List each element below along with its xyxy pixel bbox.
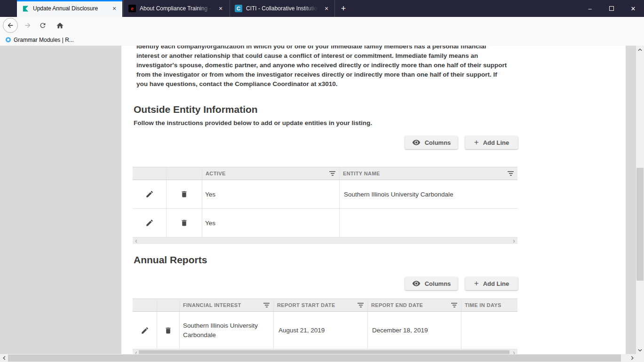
table-row: Yes [133,209,517,237]
citi-icon: C [235,5,242,12]
back-button[interactable] [3,18,18,33]
annual-reports-section-title: Annual Reports [134,254,207,266]
home-button[interactable] [53,18,67,32]
edit-column-header [133,167,167,180]
pencil-icon [145,219,154,227]
horizontal-scrollbar[interactable] [0,354,636,362]
delete-row-button[interactable] [167,209,202,237]
disclosure-instructions: Identify each company/organization in wh… [136,46,509,89]
delete-row-button[interactable] [167,180,202,208]
navigation-toolbar: ⓘ https://siue-sbx.kuali.co/coi/disclosu… [0,17,644,34]
tab-title: About Compliance Training - In [140,5,214,12]
time-in-days-column-header[interactable]: TIME IN DAYS [461,299,517,311]
eye-icon [412,138,421,147]
add-line-button-label: Add Line [483,280,509,287]
scroll-right-icon[interactable]: › [513,349,515,354]
maximize-icon [609,6,614,11]
financial-interest-column-header[interactable]: FINANCIAL INTEREST [180,299,274,311]
add-line-button[interactable]: + Add Line [465,136,518,149]
filter-icon[interactable] [358,303,364,307]
trash-icon [180,219,188,227]
bookmark-grammar-modules[interactable]: Grammar Modules | R... [6,37,74,43]
pencil-icon [141,326,149,335]
elearning-icon: e [128,5,136,12]
active-cell: Yes [202,209,340,237]
bookmark-label: Grammar Modules | R... [14,37,74,43]
delete-column-header [167,167,202,180]
close-tab-icon[interactable]: × [322,4,331,13]
scrollbar-thumb[interactable] [8,354,621,362]
financial-interest-cell: Southern Illinois University Carbondale [180,312,274,349]
columns-button[interactable]: Columns [405,277,458,290]
column-header-label: TIME IN DAYS [465,302,501,308]
edit-row-button[interactable] [133,312,157,349]
tab-citi[interactable]: C CITI - Collaborative Institutiona × [230,0,335,17]
pencil-icon [145,190,154,198]
vertical-scrollbar[interactable] [636,46,644,354]
window-controls: – ✕ [579,0,644,17]
outside-entity-section-title: Outside Entity Information [134,104,258,115]
column-header-label: REPORT START DATE [277,302,335,308]
tab-about-compliance-training[interactable]: e About Compliance Training - In × [123,0,229,17]
home-icon [56,22,64,30]
columns-button[interactable]: Columns [405,136,458,149]
eye-icon [412,279,421,288]
trash-icon [164,326,172,335]
close-tab-icon[interactable]: × [216,4,225,13]
active-cell: Yes [202,180,340,208]
maximize-button[interactable] [601,0,622,17]
scroll-down-icon[interactable] [636,346,644,354]
entity-name-column-header[interactable]: ENTITY NAME [340,167,517,180]
tab-update-annual-disclosure[interactable]: Update Annual Disclosure × [17,0,122,17]
table-row: Southern Illinois University Carbondale … [133,312,517,349]
edit-column-header [133,299,157,311]
bookmark-favicon [6,37,11,42]
filter-icon[interactable] [451,303,457,307]
plus-icon: + [474,138,479,147]
table-horizontal-scrollbar[interactable]: ‹ › [133,237,517,244]
scrollbar-thumb[interactable] [636,168,644,281]
close-tab-icon[interactable]: × [110,4,119,13]
scroll-left-icon[interactable]: ‹ [135,349,137,354]
edit-row-button[interactable] [133,180,167,208]
scroll-up-icon[interactable] [636,46,644,54]
time-in-days-cell [461,312,517,349]
scroll-right-icon[interactable] [628,354,636,362]
tab-strip: Update Annual Disclosure × e About Compl… [17,0,336,17]
columns-button-label: Columns [425,139,451,146]
bookmarks-bar: Grammar Modules | R... [0,34,644,46]
title-bar: Update Annual Disclosure × e About Compl… [0,0,644,17]
delete-row-button[interactable] [157,312,180,349]
annual-reports-table: FINANCIAL INTEREST REPORT START DATE REP… [133,299,517,354]
disclosure-card: Identify each company/organization in wh… [121,46,626,354]
add-line-button-label: Add Line [483,139,509,146]
table-row: Yes Southern Illinois University Carbond… [133,180,517,209]
filter-icon[interactable] [329,171,335,176]
entity-name-cell: Southern Illinois University Carbondale [340,180,517,208]
page-viewport: Identify each company/organization in wh… [0,46,644,354]
scroll-right-icon[interactable]: › [513,237,515,244]
scroll-left-icon[interactable]: ‹ [135,237,137,244]
tab-title: Update Annual Disclosure [33,5,107,12]
columns-button-label: Columns [425,280,451,287]
report-start-date-column-header[interactable]: REPORT START DATE [274,299,368,311]
table-horizontal-scrollbar[interactable]: ‹ › [133,349,517,354]
minimize-button[interactable]: – [579,0,601,17]
filter-icon[interactable] [263,303,270,307]
trash-icon [180,190,188,198]
tab-title: CITI - Collaborative Institutiona [246,5,319,12]
scroll-left-icon[interactable] [0,354,8,362]
reload-button[interactable] [36,18,50,32]
edit-row-button[interactable] [133,209,167,237]
add-line-button[interactable]: + Add Line [465,277,518,290]
report-start-date-cell: August 21, 2019 [274,312,368,349]
kuali-icon [22,5,29,12]
close-window-button[interactable]: ✕ [622,0,644,17]
forward-button[interactable] [21,18,35,32]
active-column-header[interactable]: ACTIVE [202,167,340,180]
new-tab-button[interactable]: + [336,0,351,17]
column-header-label: ENTITY NAME [343,171,380,176]
report-end-date-column-header[interactable]: REPORT END DATE [368,299,461,311]
scrollbar-thumb[interactable] [139,350,509,354]
filter-icon[interactable] [508,171,514,176]
